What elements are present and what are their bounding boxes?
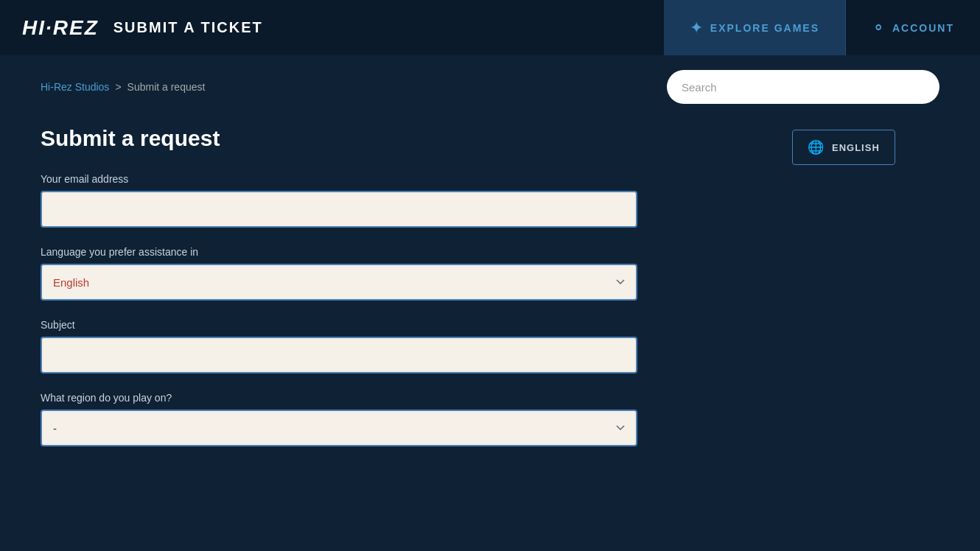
subject-field[interactable]: [41, 337, 637, 373]
region-label: What region do you play on?: [41, 392, 763, 404]
page-title: Submit a request: [41, 126, 763, 151]
language-group: Language you prefer assistance in Englis…: [41, 246, 763, 301]
account-icon: ⚬: [872, 18, 885, 38]
subject-group: Subject: [41, 319, 763, 373]
logo-area: HI·REZ SUBMIT A TICKET: [0, 0, 664, 55]
explore-icon: ✦: [690, 18, 703, 38]
explore-label: EXPLORE GAMES: [710, 22, 819, 34]
email-group: Your email address: [41, 173, 763, 228]
search-bar: [667, 70, 939, 104]
region-select[interactable]: - North America Europe Asia South Americ…: [41, 410, 637, 446]
email-field[interactable]: [41, 191, 637, 228]
account-button[interactable]: ⚬ ACCOUNT: [846, 0, 980, 55]
region-group: What region do you play on? - North Amer…: [41, 392, 763, 446]
email-label: Your email address: [41, 173, 763, 185]
globe-icon: 🌐: [808, 139, 825, 155]
language-select[interactable]: English French German Spanish Portuguese: [41, 264, 637, 301]
language-button-label: ENGLISH: [832, 142, 880, 153]
subject-label: Subject: [41, 319, 763, 331]
header-nav: ✦ EXPLORE GAMES ⚬ ACCOUNT: [664, 0, 980, 55]
search-input[interactable]: [682, 81, 925, 94]
form-section: Submit a request Your email address Lang…: [41, 126, 763, 465]
breadcrumb-current: Submit a request: [127, 81, 206, 93]
explore-games-button[interactable]: ✦ EXPLORE GAMES: [664, 0, 846, 55]
header-title: SUBMIT A TICKET: [113, 19, 263, 36]
language-button[interactable]: 🌐 ENGLISH: [792, 130, 895, 165]
breadcrumb-separator: >: [115, 81, 121, 93]
language-label: Language you prefer assistance in: [41, 246, 763, 258]
breadcrumb: Hi-Rez Studios > Submit a request: [41, 81, 205, 93]
main-content: Submit a request Your email address Lang…: [0, 119, 980, 494]
breadcrumb-home-link[interactable]: Hi-Rez Studios: [41, 81, 109, 93]
header: HI·REZ SUBMIT A TICKET ✦ EXPLORE GAMES ⚬…: [0, 0, 980, 55]
account-label: ACCOUNT: [892, 22, 954, 34]
logo: HI·REZ: [22, 16, 99, 40]
sub-header: Hi-Rez Studios > Submit a request: [0, 55, 980, 119]
right-panel: 🌐 ENGLISH: [792, 126, 939, 465]
